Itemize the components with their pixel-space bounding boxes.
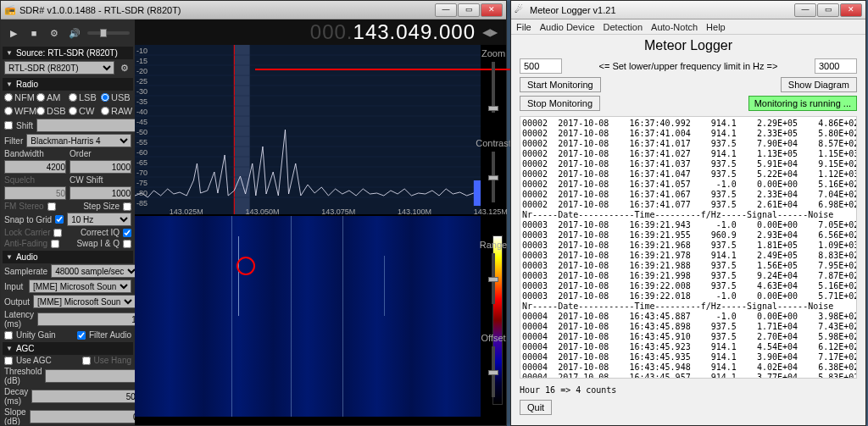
mode-group-1: NFM AM LSB USB [3,91,133,104]
upper-freq-input[interactable] [815,58,857,74]
meteor-minimize-button[interactable]: — [794,3,816,17]
freq-range-label: <= Set lower/upper frequency limit in Hz… [569,61,808,71]
threshold-input[interactable] [45,369,135,383]
menu-detection[interactable]: Detection [604,19,643,34]
offset-slider[interactable]: Offset [482,333,504,401]
svg-rect-17 [474,180,481,206]
freq-tick: 143.125M [474,207,508,216]
order-input[interactable] [70,160,131,174]
svg-rect-0 [234,45,249,214]
filteraudio-checkbox[interactable] [77,331,86,340]
meteor-logger-window: ☄ Meteor Logger v1.21 — ▭ ✕ File Audio D… [510,0,866,426]
contrast-slider[interactable]: Contrast [482,138,504,206]
mode-usb[interactable]: USB [101,92,131,102]
detection-log[interactable]: 00002 2017-10-08 16:37:40.992 914.1 2.29… [520,116,857,379]
menu-auto-notch[interactable]: Auto-Notch [651,19,698,34]
stop-monitoring-button[interactable]: Stop Monitoring [520,96,600,111]
samplerate-select[interactable]: 48000 sample/sec [51,264,135,278]
sdr-titlebar[interactable]: 📻 SDR# v1.0.0.1488 - RTL-SDR (R820T) — ▭… [1,1,506,19]
minimize-button[interactable]: — [435,3,457,17]
snap-select[interactable]: 10 Hz [67,213,131,226]
db-tick: -60 [136,148,147,157]
show-diagram-button[interactable]: Show Diagram [781,77,857,92]
menu-audio-device[interactable]: Audio Device [540,19,595,34]
mode-wfm[interactable]: WFM [4,106,35,116]
freq-step-arrows[interactable]: ◀▶ [482,26,498,38]
freq-tick: 143.025M [170,207,203,216]
db-tick: -75 [136,179,147,187]
waterfall-plot[interactable] [135,216,481,417]
mode-nfm[interactable]: NFM [4,92,35,102]
source-section-header[interactable]: Source: RTL-SDR (R820T) [3,47,133,59]
useagc-checkbox[interactable] [4,357,13,365]
meteor-close-button[interactable]: ✕ [840,3,862,17]
play-button[interactable]: ▶ [6,25,21,41]
squelch-input [4,186,66,200]
unity-checkbox[interactable] [4,331,13,340]
decay-input[interactable] [31,390,135,403]
sdr-main-panel: 000. 143.049.000 ◀▶ 143.025M143.050M143.… [135,19,506,425]
audio-section-header[interactable]: Audio [3,251,133,263]
db-tick: -50 [136,128,147,136]
antifading-checkbox [51,240,59,248]
db-tick: -30 [136,87,147,96]
lock-checkbox [53,229,62,237]
shift-input[interactable] [36,119,135,132]
start-monitoring-button[interactable]: Start Monitoring [520,77,601,92]
db-tick: -55 [136,138,147,147]
volume-slider[interactable] [87,31,130,35]
mode-cw[interactable]: CW [69,106,99,116]
meteor-titlebar[interactable]: ☄ Meteor Logger v1.21 — ▭ ✕ [511,1,865,19]
hour-counts: Hour 16 => 4 counts [511,382,865,398]
stepsize-checkbox[interactable] [123,202,131,211]
mode-dsb[interactable]: DSB [36,106,67,116]
frequency-display[interactable]: 000. 143.049.000 ◀▶ [135,19,506,45]
radio-section-header[interactable]: Radio [3,78,133,91]
maximize-button[interactable]: ▭ [458,3,480,17]
menu-file[interactable]: File [516,19,531,34]
correctiq-checkbox[interactable] [123,229,131,237]
sdr-sidebar: ▶ ■ ⚙ 🔊 Source: RTL-SDR (R820T) RTL-SDR … [1,19,135,425]
slope-input[interactable] [30,410,135,423]
meteor-maximize-button[interactable]: ▭ [817,3,839,17]
snap-checkbox[interactable] [55,215,64,224]
meteor-title: Meteor Logger v1.21 [530,5,794,15]
sdrsharp-window: 📻 SDR# v1.0.0.1488 - RTL-SDR (R820T) — ▭… [0,0,507,426]
stop-button[interactable]: ■ [26,25,42,41]
usehang-checkbox [82,357,91,365]
lower-freq-input[interactable] [520,58,562,74]
filter-select[interactable]: Blackman-Harris 4 [26,134,131,147]
mode-raw[interactable]: RAW [101,106,131,116]
zoom-slider[interactable]: Zoom [482,48,504,116]
range-slider[interactable]: Range [482,240,504,307]
settings-button[interactable]: ⚙ [47,25,62,41]
sdr-title: SDR# v1.0.0.1488 - RTL-SDR (R820T) [19,5,435,15]
db-tick: -25 [136,77,147,86]
audio-input-select[interactable]: [MME] Microsoft Soun [29,279,131,293]
latency-input[interactable] [37,313,135,326]
freq-tick: 143.050M [246,207,280,216]
mode-group-2: WFM DSB CW RAW [3,104,133,118]
bandwidth-input[interactable] [4,160,66,174]
meteor-app-icon: ☄ [515,4,526,16]
source-config-button[interactable]: ⚙ [118,60,131,75]
db-tick: -40 [136,108,147,116]
agc-section-header[interactable]: AGC [3,342,133,355]
meteor-app-title: Meteor Logger [511,35,865,57]
spectrum-plot[interactable]: 143.025M143.050M143.075M143.100M143.125M… [135,45,481,214]
source-device-select[interactable]: RTL-SDR (R820T) [4,61,114,75]
db-tick: -80 [136,189,147,197]
mode-am[interactable]: AM [36,92,67,102]
cwshift-input[interactable] [70,186,131,200]
shift-checkbox[interactable] [4,121,13,130]
db-tick: -70 [136,169,147,177]
fmstereo-checkbox [47,202,56,211]
menu-help[interactable]: Help [706,19,726,34]
monitoring-status: Monitoring is running ... [748,96,857,111]
close-button[interactable]: ✕ [481,3,503,17]
audio-output-select[interactable]: [MME] Microsoft Soun [33,295,135,308]
mode-lsb[interactable]: LSB [69,92,99,102]
swapiq-checkbox[interactable] [123,240,131,248]
db-tick: -65 [136,158,147,167]
quit-button[interactable]: Quit [520,400,552,415]
